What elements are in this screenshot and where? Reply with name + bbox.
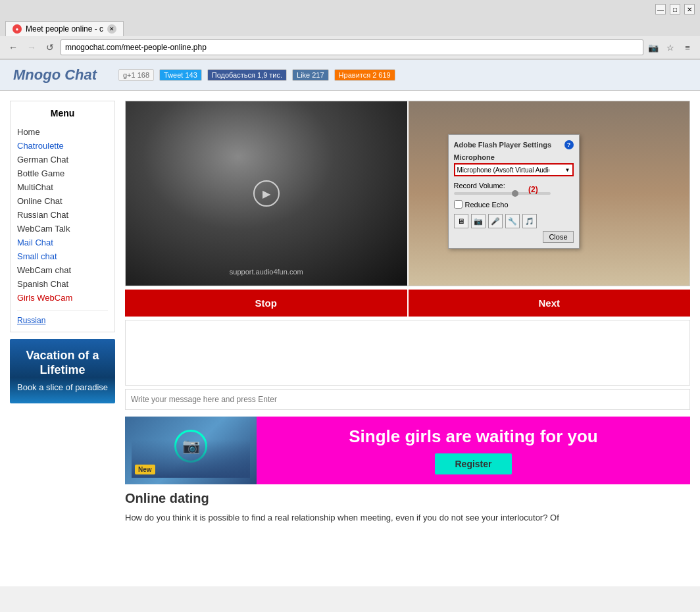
- banner-register-button[interactable]: Register: [435, 453, 511, 474]
- browser-tab[interactable]: ● Meet people online - c ✕: [5, 21, 124, 36]
- video-watermark: support.audio4fun.com: [230, 268, 303, 276]
- flash-icon-mic[interactable]: 🎤: [488, 214, 503, 228]
- video-icon[interactable]: 📷: [646, 40, 661, 55]
- article-title: Online dating: [125, 491, 690, 506]
- main-layout: Menu Home Chatroulette German Chat Bottl…: [0, 91, 700, 541]
- maximize-button[interactable]: □: [670, 4, 680, 14]
- action-buttons: Stop Next: [125, 290, 690, 317]
- flash-dropdown-arrow: ▼: [565, 167, 570, 173]
- browser-tab-bar: ● Meet people online - c ✕: [0, 18, 700, 36]
- video-left: ▶ support.audio4fun.com: [126, 101, 407, 286]
- gplus-count: 168: [138, 71, 149, 79]
- flash-help-button[interactable]: ?: [564, 140, 574, 149]
- tab-title: Meet people online - c: [26, 24, 103, 34]
- flash-settings-dialog: Adobe Flash Player Settings ? Microphone…: [448, 134, 580, 249]
- sidebar-item-spanish-chat[interactable]: Spanish Chat: [17, 277, 108, 291]
- twitter-button[interactable]: Tweet 143: [159, 69, 202, 81]
- ok-button[interactable]: Нравится 2 619: [334, 69, 395, 81]
- sidebar-title: Menu: [17, 108, 108, 118]
- flash-reduce-echo-row: Reduce Echo: [454, 200, 574, 209]
- sidebar-item-webcam-chat[interactable]: WebCam chat: [17, 263, 108, 277]
- nav-right-buttons: 📷 ☆ ≡: [646, 40, 695, 55]
- facebook-label: Подобасться: [212, 71, 255, 79]
- sidebar-ad-subtitle: Book a slice of paradise: [16, 382, 109, 394]
- tab-favicon: ●: [12, 24, 22, 34]
- flash-icon-settings[interactable]: 🔧: [505, 214, 520, 228]
- flash-slider-annotation: (2): [528, 185, 538, 194]
- page-wrapper: Mnogo Chat g+1 168 Tweet 143 Подобасться…: [0, 60, 700, 586]
- flash-close-button[interactable]: Close: [543, 231, 573, 243]
- back-button[interactable]: ←: [5, 39, 21, 55]
- video-left-bg: ▶ support.audio4fun.com: [126, 101, 407, 286]
- sidebar-item-multichat[interactable]: MultiChat: [17, 180, 108, 194]
- flash-icon-monitor[interactable]: 🖥: [454, 214, 468, 228]
- site-header: Mnogo Chat g+1 168 Tweet 143 Подобасться…: [0, 60, 700, 91]
- vk-button[interactable]: Like 217: [292, 69, 329, 81]
- browser-window-controls: — □ ✕: [655, 4, 695, 14]
- twitter-count: 143: [185, 71, 197, 79]
- sidebar-item-german-chat[interactable]: German Chat: [17, 153, 108, 166]
- sidebar-item-small-chat[interactable]: Small chat: [17, 249, 108, 263]
- gplus-button[interactable]: g+1 168: [118, 69, 154, 81]
- flash-slider-thumb[interactable]: (2): [512, 190, 518, 197]
- article-text: How do you think it is possible to find …: [125, 511, 690, 524]
- chat-input[interactable]: [125, 389, 690, 410]
- vk-count: 217: [312, 71, 324, 79]
- reload-button[interactable]: ↺: [42, 39, 58, 55]
- browser-chrome: — □ ✕ ● Meet people online - c ✕ ← → ↺ 📷…: [0, 0, 700, 60]
- minimize-button[interactable]: —: [655, 4, 666, 14]
- site-logo: Mnogo Chat: [13, 66, 105, 84]
- video-play-icon: ▶: [253, 180, 280, 207]
- tab-close-button[interactable]: ✕: [107, 24, 116, 34]
- close-button[interactable]: ✕: [684, 4, 695, 14]
- twitter-label: Tweet: [164, 71, 183, 79]
- sidebar-ad[interactable]: Vacation of a Lifetime Book a slice of p…: [10, 339, 115, 403]
- social-buttons: g+1 168 Tweet 143 Подобасться 1,9 тис. L…: [118, 69, 395, 81]
- sidebar-item-online-chat[interactable]: Online Chat: [17, 194, 108, 208]
- sidebar-item-russian-chat[interactable]: Russian Chat: [17, 208, 108, 222]
- stop-button[interactable]: Stop: [125, 290, 407, 317]
- flash-icons-row: 🖥 📷 🎤 🔧 🎵: [454, 214, 574, 228]
- sidebar-item-home[interactable]: Home: [17, 125, 108, 139]
- sidebar-item-chatroulette[interactable]: Chatroulette: [17, 139, 108, 153]
- sidebar-ad-title: Vacation of a Lifetime: [16, 349, 109, 377]
- banner-new-badge: New: [135, 465, 155, 474]
- sidebar-lang-link[interactable]: Russian: [17, 316, 108, 325]
- article-section: Online dating How do you think it is pos…: [125, 484, 690, 531]
- sidebar-item-mail-chat[interactable]: Mail Chat: [17, 236, 108, 249]
- flash-icon-camera[interactable]: 📷: [471, 214, 486, 228]
- sidebar-item-bottle-game[interactable]: Bottle Game: [17, 166, 108, 180]
- browser-nav: ← → ↺ 📷 ☆ ≡: [0, 36, 700, 59]
- ok-count: 2 619: [372, 71, 391, 79]
- sidebar-menu: Menu Home Chatroulette German Chat Bottl…: [10, 101, 115, 332]
- sidebar-item-webcam-talk[interactable]: WebCam Talk: [17, 222, 108, 236]
- video-right: Adobe Flash Player Settings ? Microphone…: [409, 101, 690, 286]
- facebook-count: 1,9 тис.: [257, 71, 282, 79]
- sidebar: Menu Home Chatroulette German Chat Bottl…: [10, 101, 115, 531]
- flash-icon-audio[interactable]: 🎵: [522, 214, 537, 228]
- ok-label: Нравится: [339, 71, 371, 79]
- forward-button[interactable]: →: [24, 39, 39, 55]
- flash-section-label: Microphone: [454, 153, 574, 161]
- vk-label: Like: [297, 71, 310, 79]
- flash-microphone-dropdown[interactable]: Microphone (Avsoft Virtual Audio Dev ▼: [454, 163, 574, 176]
- address-bar[interactable]: [61, 39, 643, 55]
- sidebar-divider: [17, 310, 108, 311]
- facebook-button[interactable]: Подобасться 1,9 тис.: [207, 69, 287, 81]
- browser-titlebar: — □ ✕: [0, 0, 700, 18]
- flash-dropdown-value: Microphone (Avsoft Virtual Audio Dev: [457, 166, 549, 174]
- banner-ad-image: 📷 New: [125, 417, 257, 484]
- sidebar-item-girls-webcam[interactable]: Girls WebCam: [17, 291, 108, 305]
- chat-area: [125, 320, 690, 386]
- star-icon[interactable]: ☆: [663, 40, 678, 55]
- flash-record-label: Record Volume:: [454, 182, 574, 190]
- video-container: ▶ support.audio4fun.com Adobe Flash Play…: [125, 101, 690, 286]
- menu-icon[interactable]: ≡: [680, 40, 695, 55]
- flash-reduce-echo-checkbox[interactable]: [454, 200, 463, 209]
- flash-reduce-echo-label: Reduce Echo: [465, 201, 509, 209]
- flash-volume-slider[interactable]: (2): [454, 192, 551, 195]
- next-button[interactable]: Next: [409, 290, 691, 317]
- gplus-label: g+1: [123, 71, 136, 79]
- banner-ad[interactable]: 📷 New Single girls are waiting for you R…: [125, 417, 690, 484]
- banner-headline: Single girls are waiting for you: [349, 426, 598, 447]
